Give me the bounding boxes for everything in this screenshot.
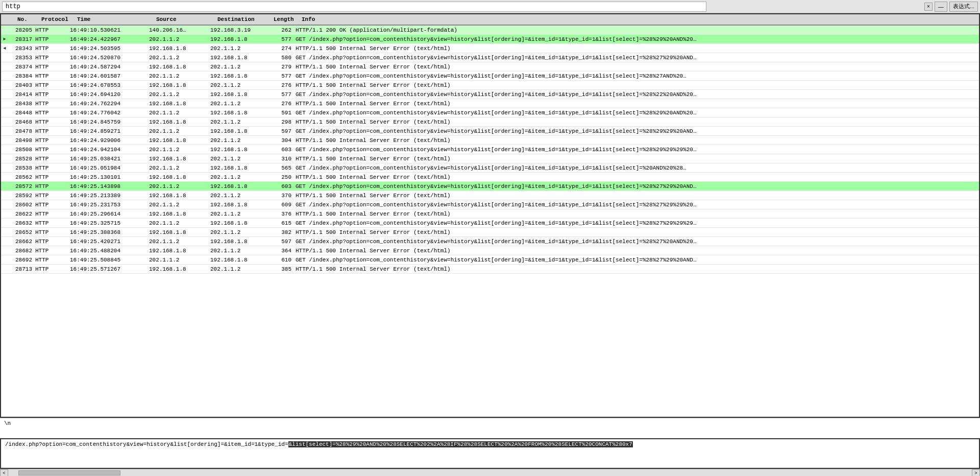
cell-info: GET /index.php?option=com_contenthistory…: [295, 128, 979, 134]
cell-protocol: HTTP: [34, 183, 70, 189]
cell-length: 250: [266, 174, 295, 180]
table-row[interactable]: 28438 HTTP 16:49:24.762294 192.168.1.8 2…: [1, 99, 979, 108]
cell-no: 28384: [8, 73, 34, 79]
table-row[interactable]: 28374 HTTP 16:49:24.587294 192.168.1.8 2…: [1, 62, 979, 72]
cell-destination: 202.1.1.2: [210, 137, 266, 144]
cell-source: 192.168.1.8: [149, 45, 210, 52]
cell-time: 16:49:25.038421: [70, 156, 149, 162]
cell-info: GET /index.php?option=com_contenthistory…: [295, 202, 979, 208]
cell-info: GET /index.php?option=com_contenthistory…: [295, 147, 979, 153]
scrollbar-thumb[interactable]: [18, 470, 120, 475]
cell-destination: 202.1.1.2: [210, 156, 266, 162]
cell-source: 202.1.1.2: [149, 147, 210, 153]
cell-no: 28438: [8, 101, 34, 107]
table-row[interactable]: 28498 HTTP 16:49:24.929006 192.168.1.8 2…: [1, 136, 979, 145]
cell-length: 382: [266, 229, 295, 235]
cell-no: 28353: [8, 55, 34, 61]
cell-destination: 192.168.1.8: [210, 257, 266, 263]
cell-no: 28317: [8, 36, 34, 42]
packet-rows-container[interactable]: 28205 HTTP 16:49:10.530621 140.206.16… 1…: [1, 26, 979, 417]
table-row[interactable]: 28403 HTTP 16:49:24.678553 192.168.1.8 2…: [1, 81, 979, 90]
table-row[interactable]: 28662 HTTP 16:49:25.420271 202.1.1.2 192…: [1, 237, 979, 246]
table-row[interactable]: 28572 HTTP 16:49:25.143898 202.1.1.2 192…: [1, 182, 979, 191]
cell-protocol: HTTP: [34, 45, 70, 52]
scroll-right-button[interactable]: >: [972, 469, 980, 477]
cell-time: 16:49:24.942104: [70, 147, 149, 153]
table-row[interactable]: 28622 HTTP 16:49:25.296614 192.168.1.8 2…: [1, 209, 979, 219]
cell-no: 28592: [8, 193, 34, 199]
cell-source: 202.1.1.2: [149, 36, 210, 42]
cell-protocol: HTTP: [34, 257, 70, 263]
cell-time: 16:49:25.231753: [70, 202, 149, 208]
table-row[interactable]: 28414 HTTP 16:49:24.694120 202.1.1.2 192…: [1, 90, 979, 99]
cell-info: GET /index.php?option=com_contenthistory…: [295, 239, 979, 245]
table-row[interactable]: 28562 HTTP 16:49:25.130101 192.168.1.8 2…: [1, 173, 979, 182]
cell-time: 16:49:24.678553: [70, 82, 149, 88]
cell-destination: 192.168.1.8: [210, 55, 266, 61]
col-header-source: Source: [156, 16, 217, 22]
cell-protocol: HTTP: [34, 64, 70, 70]
col-header-length: Length: [274, 16, 302, 22]
cell-time: 16:49:25.571267: [70, 266, 149, 272]
cell-time: 16:49:25.420271: [70, 239, 149, 245]
minimize-button[interactable]: —: [935, 2, 947, 12]
cell-time: 16:49:24.601587: [70, 73, 149, 79]
table-row[interactable]: 28353 HTTP 16:49:24.520870 202.1.1.2 192…: [1, 53, 979, 62]
cell-length: 385: [266, 266, 295, 272]
table-row[interactable]: 28632 HTTP 16:49:25.325715 202.1.1.2 192…: [1, 219, 979, 228]
horizontal-scrollbar[interactable]: < >: [0, 469, 980, 476]
cell-length: 610: [266, 257, 295, 263]
table-row[interactable]: 28692 HTTP 16:49:25.508845 202.1.1.2 192…: [1, 255, 979, 265]
cell-protocol: HTTP: [34, 165, 70, 171]
cell-protocol: HTTP: [34, 193, 70, 199]
col-header-time: Time: [77, 16, 156, 22]
cell-length: 580: [266, 55, 295, 61]
cell-no: 28652: [8, 229, 34, 235]
cell-source: 202.1.1.2: [149, 55, 210, 61]
cell-no: 28403: [8, 82, 34, 88]
cell-destination: 192.168.1.8: [210, 128, 266, 134]
table-row[interactable]: 28384 HTTP 16:49:24.601587 202.1.1.2 192…: [1, 72, 979, 81]
cell-source: 192.168.1.8: [149, 193, 210, 199]
table-row[interactable]: 28478 HTTP 16:49:24.859271 202.1.1.2 192…: [1, 127, 979, 136]
cell-no: 28205: [8, 27, 34, 33]
scroll-left-button[interactable]: <: [0, 469, 8, 477]
table-row[interactable]: ► 28317 HTTP 16:49:24.422967 202.1.1.2 1…: [1, 35, 979, 44]
cell-length: 298: [266, 119, 295, 125]
filter-input[interactable]: [2, 2, 706, 12]
expression-button[interactable]: 表达式...: [949, 2, 978, 12]
close-button[interactable]: ×: [924, 3, 933, 11]
cell-protocol: HTTP: [34, 239, 70, 245]
cell-protocol: HTTP: [34, 27, 70, 33]
cell-protocol: HTTP: [34, 229, 70, 235]
cell-protocol: HTTP: [34, 156, 70, 162]
cell-destination: 192.168.1.8: [210, 91, 266, 98]
cell-info: HTTP/1.1 500 Internal Server Error (text…: [295, 248, 979, 254]
table-row[interactable]: 28592 HTTP 16:49:25.213389 192.168.1.8 2…: [1, 191, 979, 200]
cell-length: 591: [266, 110, 295, 116]
cell-source: 192.168.1.8: [149, 229, 210, 235]
table-row[interactable]: 28713 HTTP 16:49:25.571267 192.168.1.8 2…: [1, 265, 979, 274]
table-row[interactable]: 28468 HTTP 16:49:24.845759 192.168.1.8 2…: [1, 117, 979, 127]
cell-no: 28562: [8, 174, 34, 180]
cell-length: 274: [266, 45, 295, 52]
table-row[interactable]: 28448 HTTP 16:49:24.776042 202.1.1.2 192…: [1, 108, 979, 117]
table-row[interactable]: ◄ 28343 HTTP 16:49:24.503595 192.168.1.8…: [1, 44, 979, 53]
table-row[interactable]: 28528 HTTP 16:49:25.038421 192.168.1.8 2…: [1, 154, 979, 163]
cell-protocol: HTTP: [34, 147, 70, 153]
col-header-no: No.: [8, 16, 41, 22]
cell-source: 192.168.1.8: [149, 82, 210, 88]
cell-info: HTTP/1.1 500 Internal Server Error (text…: [295, 119, 979, 125]
cell-protocol: HTTP: [34, 266, 70, 272]
table-row[interactable]: 28538 HTTP 16:49:25.051984 202.1.1.2 192…: [1, 163, 979, 173]
table-row[interactable]: 28508 HTTP 16:49:24.942104 202.1.1.2 192…: [1, 145, 979, 154]
cell-source: 192.168.1.8: [149, 156, 210, 162]
cell-source: 192.168.1.8: [149, 119, 210, 125]
table-row[interactable]: 28652 HTTP 16:49:25.388368 192.168.1.8 2…: [1, 228, 979, 237]
table-row[interactable]: 28205 HTTP 16:49:10.530621 140.206.16… 1…: [1, 26, 979, 35]
cell-length: 577: [266, 36, 295, 42]
table-row[interactable]: 28602 HTTP 16:49:25.231753 202.1.1.2 192…: [1, 200, 979, 209]
cell-source: 202.1.1.2: [149, 128, 210, 134]
table-row[interactable]: 28682 HTTP 16:49:25.488204 192.168.1.8 2…: [1, 246, 979, 255]
cell-protocol: HTTP: [34, 220, 70, 226]
